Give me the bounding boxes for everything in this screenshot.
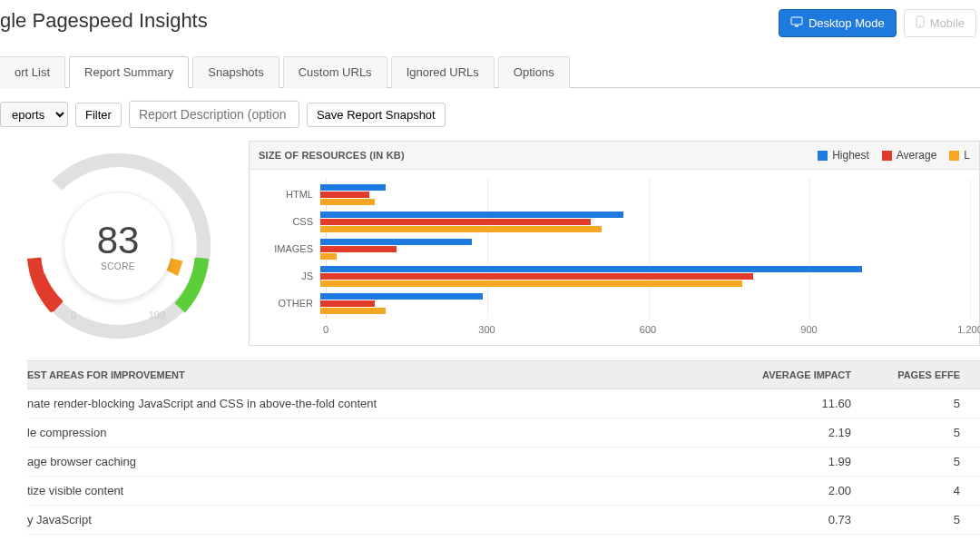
- chart-row: OTHER: [250, 290, 970, 316]
- tab-snapshots[interactable]: Snapshots: [192, 56, 279, 88]
- chart-category-label: CSS: [250, 216, 320, 227]
- chart-bar: [320, 246, 397, 252]
- cell-pages: 5: [871, 506, 980, 535]
- improvements-table: EST AREAS FOR IMPROVEMENT AVERAGE IMPACT…: [27, 360, 980, 535]
- cell-pages: 4: [871, 477, 980, 506]
- x-tick: 300: [478, 324, 495, 335]
- chart-category-label: JS: [250, 270, 320, 281]
- cell-area: age browser caching: [27, 448, 735, 477]
- reports-select[interactable]: eports: [0, 102, 68, 127]
- mobile-icon: [916, 15, 925, 31]
- cell-impact: 2.19: [735, 418, 871, 448]
- cell-pages: 5: [871, 418, 980, 448]
- mobile-mode-label: Mobile: [930, 16, 965, 30]
- svg-rect-0: [791, 17, 802, 25]
- chart-row: HTML: [250, 182, 970, 207]
- cell-area: le compression: [27, 418, 735, 448]
- chart-bar: [320, 192, 369, 198]
- svg-point-3: [919, 25, 921, 26]
- filter-button[interactable]: Filter: [75, 103, 122, 127]
- chart-bar: [320, 300, 375, 307]
- chart-bar: [320, 308, 386, 314]
- cell-area: nate render-blocking JavaScript and CSS …: [27, 389, 735, 418]
- tabs: ort List Report Summary Snapshots Custom…: [27, 55, 980, 88]
- score-gauge: 83 SCORE 0 100: [18, 146, 218, 346]
- chart-category-label: HTML: [250, 189, 320, 200]
- chart-row: IMAGES: [250, 236, 970, 261]
- save-snapshot-button[interactable]: Save Report Snapshot: [307, 103, 446, 127]
- cell-impact: 2.00: [735, 477, 871, 506]
- mobile-mode-button[interactable]: Mobile: [904, 9, 976, 37]
- chart-bar: [320, 293, 483, 300]
- chart-bar: [320, 211, 623, 218]
- chart-bar: [320, 184, 386, 191]
- chart-bar: [320, 273, 753, 280]
- table-row[interactable]: nate render-blocking JavaScript and CSS …: [27, 389, 980, 418]
- chart-bar: [320, 253, 337, 260]
- tab-options[interactable]: Options: [498, 56, 570, 88]
- report-description-input[interactable]: [129, 101, 299, 128]
- desktop-icon: [790, 16, 803, 30]
- tab-ignored-urls[interactable]: Ignored URLs: [391, 56, 495, 88]
- cell-pages: 5: [871, 448, 980, 477]
- chart-category-label: OTHER: [250, 298, 320, 309]
- gauge-score-label: SCORE: [101, 261, 135, 271]
- x-tick: 0: [323, 324, 328, 335]
- chart-category-label: IMAGES: [250, 243, 320, 254]
- cell-pages: 5: [871, 389, 980, 418]
- chart-bar: [320, 266, 862, 272]
- gauge-tick-max: 100: [149, 310, 165, 320]
- gauge-tick-min: 0: [71, 310, 76, 320]
- chart-bar: [320, 226, 602, 232]
- x-tick: 1.200: [957, 324, 980, 335]
- desktop-mode-button[interactable]: Desktop Mode: [779, 9, 897, 37]
- gauge-score-value: 83: [97, 221, 140, 260]
- chart-bar: [320, 219, 591, 225]
- col-impact[interactable]: AVERAGE IMPACT: [735, 361, 871, 389]
- table-row[interactable]: tize visible content2.004: [27, 477, 980, 506]
- page-title: gle Pagespeed Insights: [0, 9, 208, 33]
- chart-title: SIZE OF RESOURCES (IN KB): [259, 150, 405, 161]
- col-area[interactable]: EST AREAS FOR IMPROVEMENT: [27, 361, 735, 389]
- resources-chart-panel: SIZE OF RESOURCES (IN KB) Highest Averag…: [249, 141, 980, 346]
- chart-row: CSS: [250, 209, 970, 234]
- col-pages[interactable]: PAGES EFFE: [871, 361, 980, 389]
- chart-bar: [320, 199, 375, 205]
- cell-area: tize visible content: [27, 477, 735, 506]
- legend-swatch-average: [882, 151, 892, 161]
- cell-impact: 0.73: [735, 506, 871, 535]
- chart-bar: [320, 239, 472, 245]
- cell-impact: 11.60: [735, 389, 871, 418]
- x-tick: 600: [640, 324, 656, 335]
- table-row[interactable]: age browser caching1.995: [27, 448, 980, 477]
- legend-average: Average: [882, 149, 936, 162]
- legend-swatch-highest: [818, 151, 828, 161]
- tab-custom-urls[interactable]: Custom URLs: [283, 56, 387, 88]
- chart-bar: [320, 280, 742, 287]
- x-tick: 900: [800, 324, 817, 335]
- cell-area: y JavaScript: [27, 506, 735, 535]
- legend-low: L: [949, 149, 970, 162]
- chart-row: JS: [250, 263, 970, 289]
- legend-highest: Highest: [818, 149, 869, 162]
- table-row[interactable]: y JavaScript0.735: [27, 506, 980, 535]
- table-row[interactable]: le compression2.195: [27, 418, 980, 448]
- legend-swatch-low: [949, 151, 959, 161]
- tab-report-list[interactable]: ort List: [0, 56, 65, 88]
- desktop-mode-label: Desktop Mode: [808, 16, 885, 30]
- cell-impact: 1.99: [735, 448, 871, 477]
- svg-rect-1: [795, 25, 799, 27]
- tab-report-summary[interactable]: Report Summary: [69, 56, 189, 88]
